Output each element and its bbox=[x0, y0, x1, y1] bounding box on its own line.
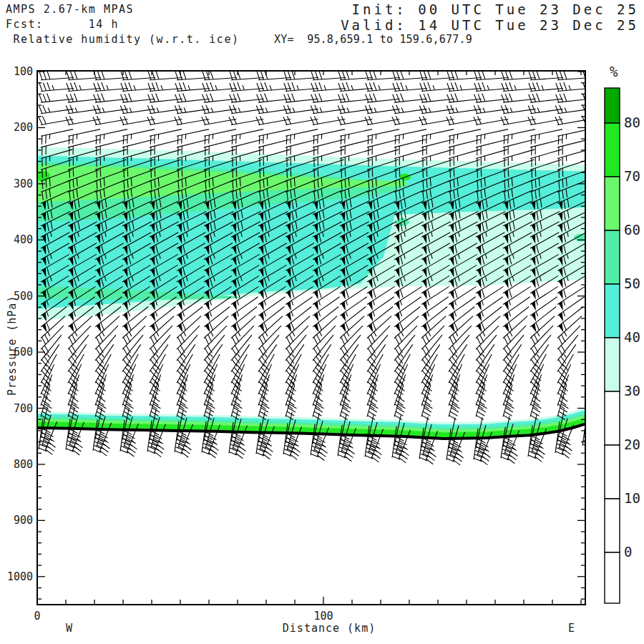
colorbar-tick-label: 40 bbox=[624, 329, 640, 345]
colorbar-units-label: % bbox=[610, 64, 618, 79]
colorbar-tick-label: 10 bbox=[624, 490, 640, 506]
y-tick-label: 400 bbox=[14, 233, 33, 246]
colorbar-tick-label: 80 bbox=[624, 114, 640, 130]
colorbar: 80706050403020100% bbox=[605, 64, 640, 603]
y-axis-title: Pressure (hPa) bbox=[6, 296, 19, 396]
west-end-label: W bbox=[66, 622, 73, 635]
x-tick-label: 0 bbox=[34, 610, 40, 623]
init-time: Init: 00 UTC Tue 23 Dec 25 bbox=[352, 1, 639, 17]
colorbar-tick-label: 60 bbox=[624, 222, 640, 238]
y-tick-label: 200 bbox=[14, 121, 33, 134]
colorbar-tick-label: 70 bbox=[624, 168, 640, 184]
field-title: Relative humidity (w.r.t. ice) bbox=[6, 33, 239, 46]
y-tick-label: 100 bbox=[14, 65, 33, 78]
model-title: AMPS 2.67-km MPAS bbox=[6, 3, 134, 16]
valid-time: Valid: 14 UTC Tue 23 Dec 25 bbox=[341, 17, 639, 33]
colorbar-tick-label: 0 bbox=[624, 544, 632, 560]
y-tick-label: 900 bbox=[14, 514, 33, 527]
y-tick-label: 800 bbox=[14, 458, 33, 471]
cross-section-plot: 1002003004005006007008009001000010080706… bbox=[0, 0, 644, 644]
y-tick-label: 1000 bbox=[7, 570, 33, 583]
xy-range: XY= 95.8,659.1 to 159.6,677.9 bbox=[274, 33, 472, 46]
y-tick-label: 300 bbox=[14, 177, 33, 190]
amps-cross-section-page: 1002003004005006007008009001000010080706… bbox=[0, 0, 644, 644]
colorbar-tick-label: 50 bbox=[624, 275, 640, 291]
east-end-label: E bbox=[568, 622, 575, 635]
x-axis-title: Distance (km) bbox=[265, 622, 394, 635]
colorbar-tick-label: 30 bbox=[624, 383, 640, 399]
forecast-hour: Fcst: 14 h bbox=[6, 18, 119, 31]
y-tick-label: 700 bbox=[14, 402, 33, 415]
colorbar-tick-label: 20 bbox=[624, 436, 640, 452]
x-tick-label: 100 bbox=[313, 610, 333, 623]
